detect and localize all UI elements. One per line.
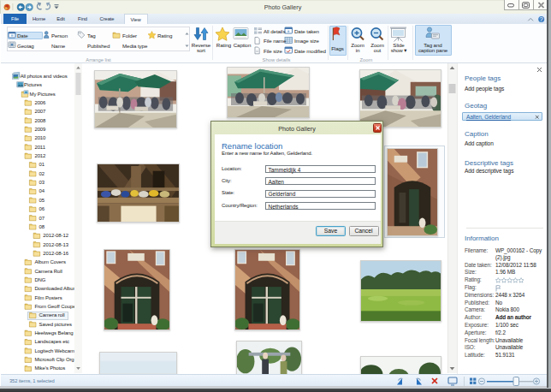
svg-text:?: ? bbox=[540, 15, 543, 23]
